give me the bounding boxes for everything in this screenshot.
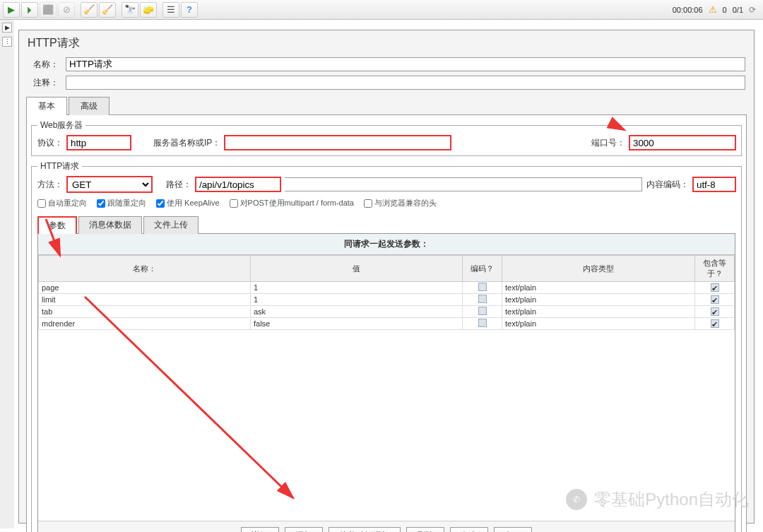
cell-content-type[interactable]: text/plain <box>502 306 695 318</box>
col-name: 名称： <box>39 256 251 282</box>
table-row[interactable]: limit1text/plain✔ <box>39 294 735 306</box>
cell-name[interactable]: tab <box>39 306 251 318</box>
params-table[interactable]: 名称： 值 编码？ 内容类型 包含等于？ page1text/plain✔lim… <box>38 255 735 330</box>
cell-name[interactable]: limit <box>39 294 251 306</box>
col-value: 值 <box>251 256 463 282</box>
col-content-type: 内容类型 <box>502 256 695 282</box>
cell-value[interactable]: 1 <box>251 294 463 306</box>
left-strip: ▶ ⋮ <box>0 20 14 528</box>
warning-icon: ⚠ <box>709 4 717 15</box>
function-helper-button[interactable]: ☰ <box>162 2 179 18</box>
start-no-pause-button[interactable]: ⏵ <box>21 2 38 18</box>
table-row[interactable]: tabasktext/plain✔ <box>39 306 735 318</box>
protocol-label: 协议： <box>37 137 63 149</box>
port-input[interactable] <box>629 136 735 150</box>
add-button[interactable]: 添加 <box>285 527 323 532</box>
down-button[interactable]: 向下 <box>494 527 532 532</box>
cell-name[interactable]: page <box>39 282 251 294</box>
tab-advanced[interactable]: 高级 <box>69 97 110 115</box>
http-request-fieldset: HTTP请求 方法： GET 路径： 内容编码： 自动重定向 跟随重定向 使用 … <box>31 160 742 532</box>
protocol-input[interactable] <box>67 136 131 150</box>
table-row[interactable]: page1text/plain✔ <box>39 282 735 294</box>
path-label: 路径： <box>166 179 191 191</box>
comment-label: 注释： <box>28 77 61 89</box>
stop-button[interactable]: ⬛ <box>40 2 57 18</box>
cell-encode[interactable] <box>463 306 502 318</box>
cell-content-type[interactable]: text/plain <box>502 294 695 306</box>
elapsed-time: 00:00:06 <box>673 6 703 14</box>
encoding-label: 内容编码： <box>646 179 689 191</box>
cell-include-equals[interactable]: ✔ <box>695 294 735 306</box>
cell-encode[interactable] <box>463 318 502 330</box>
comment-input[interactable] <box>66 76 745 90</box>
http-request-legend: HTTP请求 <box>37 160 82 172</box>
collapse-icon[interactable]: ⋮ <box>2 37 12 47</box>
top-toolbar: ▶ ⏵ ⬛ ⊘ 🧹 🧹 🔭 🧽 ☰ ? 00:00:06 ⚠ 0 0/1 ⟳ <box>0 0 763 20</box>
params-title: 同请求一起发送参数： <box>38 234 735 255</box>
cell-include-equals[interactable]: ✔ <box>695 318 735 330</box>
add-from-clipboard-button[interactable]: 从剪贴板添加 <box>329 527 401 532</box>
col-encode: 编码？ <box>463 256 502 282</box>
col-include-equals: 包含等于？ <box>695 256 735 282</box>
follow-redirect-checkbox[interactable]: 跟随重定向 <box>97 198 146 208</box>
web-server-legend: Web服务器 <box>37 119 85 131</box>
multipart-checkbox[interactable]: 对POST使用multipart / form-data <box>230 198 354 208</box>
shutdown-button[interactable]: ⊘ <box>58 2 75 18</box>
cell-encode[interactable] <box>463 282 502 294</box>
http-sampler-panel: HTTP请求 名称： 注释： 基本 高级 Web服务器 协议： 服务器名称或IP… <box>18 30 755 524</box>
path-input-ext[interactable] <box>285 177 642 191</box>
subtab-params[interactable]: 参数 <box>37 216 77 234</box>
panel-title: HTTP请求 <box>19 30 754 55</box>
params-panel: 同请求一起发送参数： 名称： 值 编码？ 内容类型 包含等于？ page1tex… <box>37 233 735 532</box>
keep-alive-checkbox[interactable]: 使用 KeepAlive <box>156 198 220 208</box>
params-empty-area[interactable] <box>38 330 735 521</box>
port-label: 端口号： <box>591 137 625 149</box>
subtab-body[interactable]: 消息体数据 <box>78 216 142 234</box>
clear-all-button[interactable]: 🧹 <box>99 2 116 18</box>
server-label: 服务器名称或IP： <box>153 137 220 149</box>
help-button[interactable]: ? <box>181 2 198 18</box>
clear-button[interactable]: 🧹 <box>81 2 97 18</box>
search-button[interactable]: 🔭 <box>122 2 138 18</box>
table-row[interactable]: mdrenderfalsetext/plain✔ <box>39 318 735 330</box>
run-icon[interactable]: ▶ <box>2 23 12 32</box>
cell-include-equals[interactable]: ✔ <box>695 306 735 318</box>
encoding-input[interactable] <box>693 177 735 191</box>
cell-include-equals[interactable]: ✔ <box>695 282 735 294</box>
name-label: 名称： <box>28 59 61 71</box>
subtab-files[interactable]: 文件上传 <box>143 216 199 234</box>
name-input[interactable] <box>66 57 745 71</box>
cell-name[interactable]: mdrender <box>39 318 251 330</box>
detail-button[interactable]: 详细 <box>241 527 279 532</box>
server-input[interactable] <box>225 136 451 150</box>
auto-redirect-checkbox[interactable]: 自动重定向 <box>37 198 87 208</box>
cell-value[interactable]: false <box>251 318 463 330</box>
cell-value[interactable]: 1 <box>251 282 463 294</box>
cell-encode[interactable] <box>463 294 502 306</box>
web-server-fieldset: Web服务器 协议： 服务器名称或IP： 端口号： <box>31 119 742 156</box>
warning-count: 0 <box>723 6 727 14</box>
up-button[interactable]: 向上 <box>450 527 488 532</box>
method-select[interactable]: GET <box>67 177 152 192</box>
method-label: 方法： <box>37 179 63 191</box>
progress-text: 0/1 <box>733 6 743 14</box>
cell-content-type[interactable]: text/plain <box>502 282 695 294</box>
path-input[interactable] <box>196 177 280 191</box>
cell-value[interactable]: ask <box>251 306 463 318</box>
start-button[interactable]: ▶ <box>3 2 20 18</box>
spinner-icon: ⟳ <box>749 5 756 15</box>
reset-search-button[interactable]: 🧽 <box>140 2 157 18</box>
delete-button[interactable]: 删除 <box>406 527 444 532</box>
cell-content-type[interactable]: text/plain <box>502 318 695 330</box>
tab-basic[interactable]: 基本 <box>26 97 67 115</box>
browser-headers-checkbox[interactable]: 与浏览器兼容的头 <box>364 198 437 208</box>
